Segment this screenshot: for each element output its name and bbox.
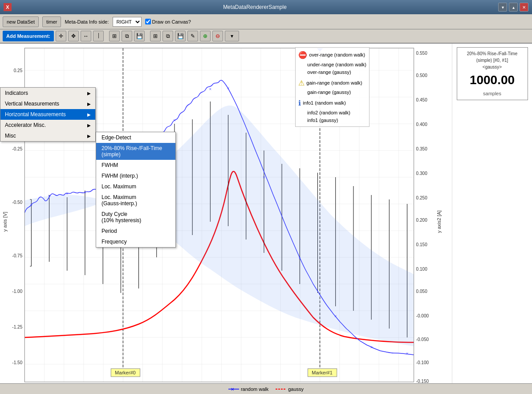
arrow-icon: ▶ (87, 91, 91, 96)
copy2-button[interactable]: ⧉ (162, 31, 173, 41)
app-icon: X (4, 3, 12, 11)
svg-text:0.550: 0.550 (416, 51, 428, 56)
svg-text:-1.50: -1.50 (12, 360, 22, 365)
menu-container: Indicators ▶ Vertical Measurements ▶ Hor… (0, 87, 96, 142)
measurement-box: 20%-80% Rise-/Fall-Time (simple) [#0, #1… (457, 47, 528, 100)
meas-title-3: <gaussy> (461, 65, 524, 69)
draw-canvas-label[interactable]: Draw on Canvas? (145, 19, 191, 24)
gain-range-g: gain-range (gaussy) (298, 89, 366, 97)
draw-canvas-checkbox[interactable] (145, 19, 151, 24)
meas-toolbar: Add Measurement: ✛ ✥ ↔ ⏐ ⊞ ⧉ 💾 ⊞ ⧉ 💾 ✎ ⊕… (0, 29, 532, 44)
right-panel: 20%-80% Rise-/Fall-Time (simple) [#0, #1… (452, 44, 532, 383)
timer-button[interactable]: timer (42, 16, 61, 27)
legend-gaussy: gaussy (276, 386, 304, 392)
svg-text:0.450: 0.450 (416, 97, 428, 102)
menu-duty-cycle[interactable]: Duty Cycle(10% hysteresis) (96, 209, 175, 226)
close-button[interactable]: ✕ (520, 3, 528, 12)
info1-g: info1 (gaussy) (298, 117, 366, 125)
svg-text:y axis [V]: y axis [V] (2, 212, 8, 232)
menu-loc-max-gauss[interactable]: Loc. Maximum(Gauss-interp.) (96, 192, 175, 209)
svg-text:0.400: 0.400 (416, 122, 428, 127)
svg-text:0.350: 0.350 (416, 146, 428, 151)
maximize-button[interactable]: ▴ (509, 3, 518, 12)
save-button[interactable]: 💾 (134, 31, 145, 41)
copy-button[interactable]: ⧉ (122, 31, 132, 41)
legend-random-walk: ✕ random walk (228, 386, 268, 392)
move-button[interactable]: ✥ (68, 31, 79, 41)
cross-hair-button[interactable]: ✛ (56, 31, 66, 41)
menu-item-vertical[interactable]: Vertical Measurements ▶ (0, 98, 95, 109)
svg-text:0.500: 0.500 (416, 73, 428, 78)
add-measurement-label: Add Measurement: (3, 31, 54, 41)
svg-text:-1.00: -1.00 (12, 289, 22, 294)
arrow-icon: ▶ (87, 102, 91, 106)
save2-button[interactable]: 💾 (175, 31, 186, 41)
menu-item-accelerator[interactable]: Accelerator Misc. ▶ (0, 120, 95, 130)
menu-fwhm-interp[interactable]: FWHM (interp.) (96, 171, 175, 181)
titlebar-title: MetaDataRendererSample (223, 4, 287, 10)
info1-rw: ℹ info1 (random walk) (298, 97, 366, 109)
menu-edge-detect[interactable]: Edge-Detect (96, 132, 175, 143)
info-icon: ℹ (298, 97, 301, 109)
table-button[interactable]: ⊞ (109, 31, 120, 41)
under-range-rw: under-range (random walk) (298, 61, 366, 69)
info2-rw: info2 (random walk) (298, 109, 366, 117)
svg-text:✕: ✕ (231, 387, 234, 392)
legend-rw-icon: ✕ (228, 386, 239, 392)
svg-text:y axis2 [A]: y axis2 [A] (436, 211, 442, 233)
svg-text:0.200: 0.200 (416, 218, 428, 223)
svg-text:-1.25: -1.25 (12, 325, 22, 329)
meas-value: 1000.00 (461, 73, 524, 87)
table2-button[interactable]: ⊞ (150, 31, 161, 41)
svg-text:-0.50: -0.50 (12, 200, 22, 205)
new-dataset-button[interactable]: new DataSet (3, 16, 39, 27)
titlebar: X MetaDataRendererSample ▾ ▴ ✕ (0, 0, 532, 14)
svg-text:-0.25: -0.25 (12, 146, 22, 151)
vertical-line-button[interactable]: ⏐ (93, 31, 104, 41)
svg-text:0.25: 0.25 (14, 68, 23, 73)
svg-text:Marker#1: Marker#1 (312, 370, 333, 375)
toolbar: new DataSet timer Meta-Data Info side: R… (0, 14, 532, 29)
arrow-icon-active: ▶ (87, 112, 91, 117)
chart-legend-info: ⛔ over-range (random walk) under-range (… (295, 47, 370, 127)
legend-gaussy-icon (276, 386, 286, 392)
over-range-icon: ⛔ (298, 49, 307, 61)
arrow-icon: ▶ (87, 134, 91, 138)
svg-text:-0.100: -0.100 (416, 360, 429, 365)
meta-side-select[interactable]: RIGHT LEFT NONE (113, 17, 142, 27)
svg-text:-0.000: -0.000 (416, 313, 429, 318)
svg-text:0.100: 0.100 (416, 267, 428, 272)
horizontal-arrow-button[interactable]: ↔ (81, 31, 91, 41)
meta-label: Meta-Data Info side: (65, 19, 109, 24)
menu-l2: Edge-Detect 20%-80% Rise-/Fall-Time(simp… (96, 132, 176, 248)
svg-text:Marker#0: Marker#0 (115, 370, 136, 375)
svg-text:0.050: 0.050 (416, 289, 428, 294)
edit-button[interactable]: ✎ (187, 31, 198, 41)
menu-fwhm[interactable]: FWHM (96, 160, 175, 171)
main-content: Marker#0 Marker#1 (0, 44, 532, 383)
meas-unit: samples (461, 91, 524, 96)
menu-item-misc[interactable]: Misc ▶ (0, 130, 95, 141)
menu-item-indicators[interactable]: Indicators ▶ (0, 88, 95, 98)
minimize-button[interactable]: ▾ (498, 3, 507, 12)
arrow-icon: ▶ (87, 123, 91, 128)
svg-text:0.250: 0.250 (416, 195, 428, 200)
menu-l1: Indicators ▶ Vertical Measurements ▶ Hor… (0, 87, 96, 142)
dropdown-button[interactable]: ▾ (225, 31, 239, 41)
svg-text:-0.050: -0.050 (416, 337, 429, 342)
draw-canvas-text: Draw on Canvas? (152, 19, 191, 24)
svg-text:0.300: 0.300 (416, 171, 428, 176)
menu-loc-max[interactable]: Loc. Maximum (96, 181, 175, 192)
titlebar-controls: ▾ ▴ ✕ (498, 3, 528, 12)
add-green-button[interactable]: ⊕ (200, 31, 211, 41)
gain-range-rw: ⚠ gain-range (random walk) (298, 77, 366, 89)
menu-rise-fall[interactable]: 20%-80% Rise-/Fall-Time(simple) (96, 143, 175, 160)
menu-frequency[interactable]: Frequency (96, 236, 175, 247)
statusbar: ✕ random walk gaussy (0, 383, 532, 394)
menu-period[interactable]: Period (96, 226, 175, 236)
warning-icon: ⚠ (298, 77, 305, 89)
remove-red-button[interactable]: ⊖ (212, 31, 223, 41)
menu-item-horizontal[interactable]: Horizontal Measurements ▶ (0, 109, 95, 120)
titlebar-icon: X (4, 3, 12, 11)
over-range-g: over-range (gaussy) (298, 69, 366, 77)
